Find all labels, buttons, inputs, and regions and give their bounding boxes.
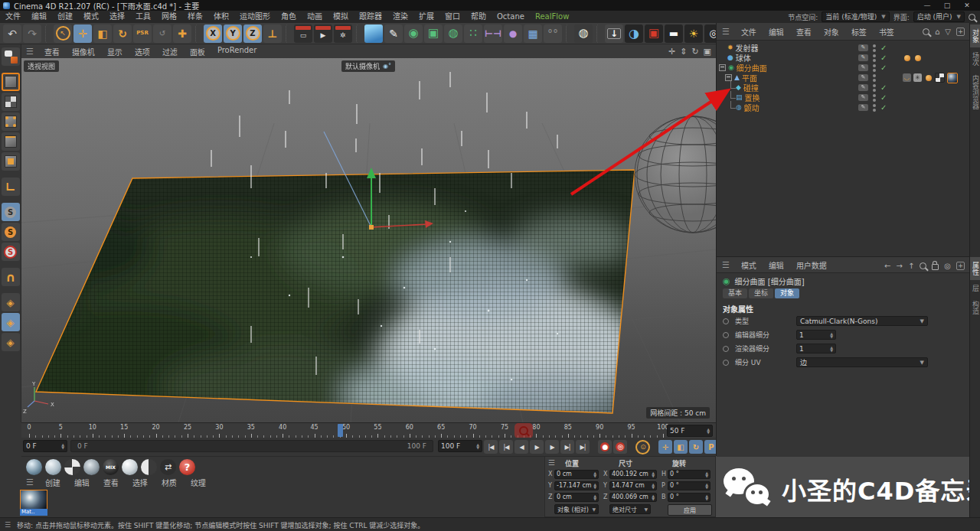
viewport-menu-item[interactable]: 摄像机 bbox=[66, 46, 101, 57]
position-z-field[interactable]: 0 cm▲▼ bbox=[554, 493, 599, 502]
visibility-dots[interactable] bbox=[873, 64, 876, 72]
realflow-contrast-icon[interactable]: ◑ bbox=[625, 24, 643, 43]
camera-icon[interactable]: °° bbox=[544, 24, 562, 43]
selection-tag-icon[interactable] bbox=[903, 54, 911, 62]
om-menu-item[interactable]: 对象 bbox=[818, 26, 845, 37]
viewport-menu-item[interactable]: 面板 bbox=[184, 46, 211, 57]
z-axis-lock-icon[interactable]: Z bbox=[243, 24, 262, 43]
am-forward-icon[interactable]: → bbox=[896, 262, 902, 270]
om-add-icon[interactable]: + bbox=[956, 28, 965, 36]
autokey-button[interactable]: ⊙ bbox=[635, 440, 650, 454]
viewport-menu-item[interactable]: ProRender bbox=[211, 46, 263, 57]
realflow-mesh-icon[interactable]: ↓ bbox=[605, 24, 623, 43]
timeline-ruler[interactable]: 0510152025303540455055606570758085909510… bbox=[21, 422, 716, 439]
am-add-icon[interactable]: + bbox=[956, 262, 965, 270]
menu-item[interactable]: Octane bbox=[492, 11, 530, 23]
workplane-icon[interactable]: ◈ bbox=[2, 293, 20, 311]
spline-tools-icon[interactable]: ⊢⊣ bbox=[484, 24, 502, 43]
camera-lock-icon[interactable]: ◉° bbox=[383, 63, 391, 70]
type-dropdown[interactable]: Catmull-Clark(N-Gons)▼ bbox=[796, 316, 928, 326]
attribute-tab[interactable]: 对象 bbox=[775, 288, 799, 298]
undo-icon[interactable]: ↶ bbox=[3, 24, 21, 43]
am-up-icon[interactable]: ↑ bbox=[908, 262, 914, 270]
prev-key-button[interactable]: |◀ bbox=[499, 440, 513, 454]
material-preset-shuffle[interactable]: ⇄ bbox=[160, 459, 176, 475]
menu-item[interactable]: 模式 bbox=[78, 11, 104, 23]
om-menu-item[interactable]: 标签 bbox=[845, 26, 873, 37]
timeline-range-slider[interactable]: 0 F 100 F bbox=[70, 440, 433, 452]
size-z-field[interactable]: 400.069 cm▲▼ bbox=[609, 493, 657, 502]
light-icon[interactable]: ◍ bbox=[574, 24, 593, 43]
enabled-check-icon[interactable]: ✓ bbox=[880, 93, 887, 102]
keyframe-ring-icon[interactable] bbox=[723, 318, 729, 324]
search-icon[interactable] bbox=[969, 14, 975, 21]
polygons-mode-icon[interactable] bbox=[2, 152, 20, 171]
keyframe-ring-icon[interactable] bbox=[723, 360, 729, 366]
play-button[interactable]: ▶ bbox=[530, 440, 544, 454]
prev-frame-button[interactable]: ◀ bbox=[514, 440, 528, 454]
realflow-sun-icon[interactable]: ☀ bbox=[684, 24, 703, 43]
panel-tab[interactable]: 场次 bbox=[970, 47, 980, 70]
enable-snap-icon[interactable]: ∩ bbox=[2, 268, 20, 286]
next-frame-button[interactable]: ▶ bbox=[545, 440, 559, 454]
planar-workplane-icon[interactable]: ◈ bbox=[2, 333, 20, 351]
size-x-field[interactable]: 400.192 cm▲▼ bbox=[609, 470, 657, 479]
timeline-playhead[interactable] bbox=[338, 424, 343, 437]
menu-item[interactable]: 动画 bbox=[302, 11, 328, 23]
material-preset-sphere-3[interactable] bbox=[64, 459, 80, 475]
key-rotation-button[interactable]: ↻ bbox=[689, 440, 703, 454]
maximize-button[interactable]: □ bbox=[937, 0, 957, 11]
make-editable-icon[interactable] bbox=[2, 47, 20, 66]
panel-tab[interactable]: 内容浏览器 bbox=[970, 70, 980, 114]
menu-item[interactable]: 运动图形 bbox=[234, 11, 276, 23]
texture-mode-icon[interactable] bbox=[2, 93, 20, 111]
rotation-h-field[interactable]: 0 °▲▼ bbox=[668, 470, 710, 479]
am-back-icon[interactable]: ← bbox=[884, 262, 890, 270]
am-hamburger-icon[interactable]: ☰ bbox=[722, 260, 730, 270]
menu-item[interactable]: 渲染 bbox=[387, 11, 413, 23]
viewport-solo-hierarchy-icon[interactable]: S bbox=[2, 243, 20, 261]
start-frame-field[interactable]: 0 F ▲▼ bbox=[23, 440, 67, 452]
edit-tag-icon[interactable]: ✎ bbox=[858, 84, 868, 91]
phong-tag-icon[interactable]: ✳ bbox=[913, 73, 922, 82]
edit-tag-icon[interactable]: ✎ bbox=[858, 54, 868, 61]
points-mode-icon[interactable] bbox=[2, 112, 20, 131]
menu-item[interactable]: 创建 bbox=[52, 11, 78, 23]
deformer-icon[interactable]: ● bbox=[504, 24, 522, 43]
viewport-menu-item[interactable]: 过滤 bbox=[156, 46, 184, 57]
om-menu-item[interactable]: 查看 bbox=[790, 26, 818, 37]
scale-tool-icon[interactable]: ◧ bbox=[93, 24, 112, 43]
visibility-dots[interactable] bbox=[873, 44, 876, 52]
size-y-field[interactable]: 14.747 cm▲▼ bbox=[609, 481, 657, 490]
om-menu-item[interactable]: 文件 bbox=[735, 26, 763, 37]
x-axis-lock-icon[interactable]: X bbox=[204, 24, 222, 43]
om-menu-item[interactable]: 编辑 bbox=[763, 26, 790, 37]
viewport-canvas[interactable]: YXZ 透视视图 默认摄像机 ◉° 网格间距 : 50 cm bbox=[21, 58, 716, 422]
material-menu-item[interactable]: 编辑 bbox=[67, 477, 96, 488]
panel-tab[interactable]: 构造 bbox=[970, 296, 980, 319]
menu-item[interactable]: 模拟 bbox=[328, 11, 354, 23]
psr-values-icon[interactable]: PSR bbox=[133, 24, 152, 43]
edit-tag-icon[interactable]: ✎ bbox=[858, 44, 868, 51]
viewport-zoom-icon[interactable]: ⇕ bbox=[680, 47, 687, 57]
spline-pen-icon[interactable]: ✎ bbox=[384, 24, 403, 43]
menu-item[interactable]: 帮助 bbox=[466, 11, 492, 23]
material-preset-sphere-7[interactable] bbox=[141, 459, 157, 475]
material-menu-item[interactable]: 创建 bbox=[38, 477, 67, 488]
object-row-emitter[interactable]: ✸ 发射器 ✎ ✓ bbox=[717, 43, 969, 53]
am-menu-item[interactable]: 模式 bbox=[735, 259, 763, 271]
viewport-menu-item[interactable]: 查看 bbox=[38, 46, 66, 57]
position-x-field[interactable]: 0 cm▲▼ bbox=[554, 470, 599, 479]
panel-tab[interactable]: 属性 bbox=[970, 257, 980, 280]
menu-item[interactable]: 编辑 bbox=[26, 11, 52, 23]
keyframe-ring-icon[interactable] bbox=[723, 346, 729, 352]
rotation-b-field[interactable]: 0 °▲▼ bbox=[668, 493, 710, 502]
visibility-dots[interactable] bbox=[873, 104, 876, 112]
am-search-icon[interactable] bbox=[920, 262, 926, 269]
current-frame-field[interactable]: 50 F ▲▼ bbox=[667, 425, 713, 437]
camera-label[interactable]: 默认摄像机 ◉° bbox=[341, 60, 395, 72]
uvw-tag-icon[interactable] bbox=[935, 73, 945, 83]
menu-item[interactable]: RealFlow bbox=[530, 11, 574, 23]
render-subdivision-field[interactable]: 1▲▼ bbox=[796, 344, 836, 353]
menu-item[interactable]: 文件 bbox=[0, 11, 26, 23]
